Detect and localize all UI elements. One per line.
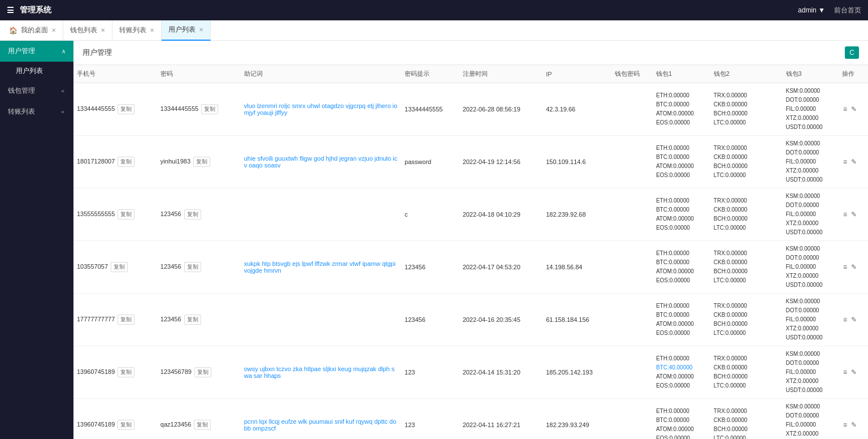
wallet1-btc: BTC:0.00000 <box>656 311 707 320</box>
col-reg-time: 注册时间 <box>459 65 543 83</box>
sidebar-item-user-list[interactable]: 用户列表 <box>0 62 73 80</box>
wallet2-ckb: CKB:0.00000 <box>714 363 779 372</box>
password-copy-button[interactable]: 复制 <box>184 209 201 220</box>
col-ip: IP <box>542 65 611 83</box>
password-copy-button[interactable]: 复制 <box>184 262 201 272</box>
password-copy-button[interactable]: 复制 <box>201 104 218 114</box>
phone-copy-button[interactable]: 复制 <box>111 262 128 272</box>
cell-wallet2: TRX:0.00000 CKB:0.00000 BCH:0.00000 LTC:… <box>710 241 783 294</box>
password-copy-button[interactable]: 复制 <box>193 157 210 167</box>
table-header-row: 手机号 密码 助记词 密码提示 注册时间 IP 钱包密码 钱包1 钱包2 钱包3… <box>73 65 868 83</box>
wallet1-eth: ETH:0.00000 <box>656 91 707 100</box>
cell-phone: 13344445555 复制 <box>73 83 157 136</box>
phone-copy-button[interactable]: 复制 <box>118 420 134 430</box>
wallet1-btc: BTC:0.00000 <box>656 258 707 267</box>
cell-wallet3: KSM:0.00000 DOT:0.00000 FIL:0.00000 XTZ:… <box>783 294 839 346</box>
wallet2-ltc: LTC:0.00000 <box>714 434 779 439</box>
wallet2-ltc: LTC:0.00000 <box>714 223 779 233</box>
cell-action: ≡ ✎ <box>839 294 868 346</box>
cell-wallet1: ETH:0.00000 BTC:0.00000 ATOM:0.00000 EOS… <box>653 188 710 241</box>
content-header: 用户管理 C <box>73 41 868 65</box>
wallet3-xtz: XTZ:0.00000 <box>786 114 836 123</box>
cell-wallet1: ETH:0.00000 BTC:0.00000 ATOM:0.00000 EOS… <box>653 399 710 440</box>
phone-copy-button[interactable]: 复制 <box>118 157 134 167</box>
view-button[interactable]: ≡ <box>843 316 847 324</box>
view-button[interactable]: ≡ <box>843 263 847 271</box>
cell-phone: 13960745189 复制 <box>73 346 157 399</box>
edit-button[interactable]: ✎ <box>851 105 857 113</box>
password-copy-button[interactable]: 复制 <box>194 367 211 377</box>
tab-wallet-list[interactable]: 钱包列表 ✕ <box>63 20 112 41</box>
console-link[interactable]: 前台首页 <box>834 6 861 15</box>
wallet2-trx: TRX:0.00000 <box>714 196 779 205</box>
tab-close-user-list[interactable]: ✕ <box>199 27 203 33</box>
phone-copy-button[interactable]: 复制 <box>118 315 134 325</box>
cell-reg-time: 2022-04-18 04:10:29 <box>459 188 543 241</box>
wallet2-bch: BCH:0.00000 <box>714 320 779 329</box>
view-button[interactable]: ≡ <box>843 158 847 166</box>
password-copy-button[interactable]: 复制 <box>184 315 201 325</box>
cell-wallet3: KSM:0.00000 DOT:0.00000 FIL:0.00000 XTZ:… <box>783 346 839 399</box>
col-mnemonic: 助记词 <box>241 65 401 83</box>
mnemonic-link[interactable]: owsy ujbxn tczvo zka htlpae sljkxi keug … <box>244 365 395 379</box>
wallet1-eth: ETH:0.00000 <box>656 144 707 153</box>
wallet1-btc: BTC:0.00000 <box>656 416 707 425</box>
mnemonic-link[interactable]: xukpk htp btsvgb ejs lpwf lffzwk zrmar v… <box>244 260 396 274</box>
cell-wallet2: TRX:0.00000 CKB:0.00000 BCH:0.00000 LTC:… <box>710 136 783 188</box>
view-button[interactable]: ≡ <box>843 421 847 429</box>
refresh-button[interactable]: C <box>845 46 859 59</box>
edit-button[interactable]: ✎ <box>851 263 857 271</box>
edit-button[interactable]: ✎ <box>851 210 857 218</box>
sidebar-item-user-management[interactable]: 用户管理 ∧ <box>0 41 73 62</box>
edit-button[interactable]: ✎ <box>851 158 857 166</box>
cell-reg-time: 2022-06-28 08:56:19 <box>459 83 543 136</box>
wallet3-xtz: XTZ:0.00000 <box>786 219 836 228</box>
phone-copy-button[interactable]: 复制 <box>118 209 134 220</box>
col-wallet1: 钱包1 <box>653 65 710 83</box>
wallet2-ltc: LTC:0.00000 <box>714 329 779 338</box>
view-button[interactable]: ≡ <box>843 210 847 218</box>
mnemonic-link[interactable]: vluo lzenmri roljc smrx uhwl otagdzo vjg… <box>244 102 397 116</box>
view-button[interactable]: ≡ <box>843 368 847 376</box>
wallet3-dot: DOT:0.00000 <box>786 96 836 105</box>
tab-transfer-list[interactable]: 转账列表 ✕ <box>112 20 162 41</box>
cell-password: 13344445555 复制 <box>157 83 241 136</box>
wallet3-xtz: XTZ:0.00000 <box>786 166 836 175</box>
cell-ip: 185.205.142.193 <box>542 346 611 399</box>
wallet3-ksm: KSM:0.00000 <box>786 139 836 148</box>
sidebar-item-transfer-list[interactable]: 转账列表 ＜ <box>0 101 73 122</box>
edit-button[interactable]: ✎ <box>851 368 857 376</box>
tab-close-transfer-list[interactable]: ✕ <box>150 27 154 33</box>
wallet3-xtz: XTZ:0.00000 <box>786 429 836 438</box>
phone-copy-button[interactable]: 复制 <box>118 104 134 114</box>
phone-copy-button[interactable]: 复制 <box>118 367 134 377</box>
hamburger-icon[interactable]: ☰ <box>7 6 14 15</box>
wallet1-atom: ATOM:0.00000 <box>656 320 707 329</box>
cell-wallet-pwd <box>611 346 652 399</box>
tab-close-my-desktop[interactable]: ✕ <box>51 27 56 33</box>
mnemonic-link[interactable]: pcnn lqx llcqj eufze wlk puumaui snif ku… <box>244 418 397 432</box>
wallet2-bch: BCH:0.00000 <box>714 425 779 434</box>
mnemonic-link[interactable]: uhie sfvolli guuxtwh fligw god hjhd jegr… <box>244 155 398 169</box>
col-action: 操作 <box>839 65 868 83</box>
tab-my-desktop[interactable]: 🏠 我的桌面 ✕ <box>2 20 63 41</box>
sidebar-item-wallet-management[interactable]: 钱包管理 ＜ <box>0 80 73 101</box>
wallet2-ckb: CKB:0.00000 <box>714 153 779 162</box>
view-button[interactable]: ≡ <box>843 105 847 113</box>
wallet3-usdt: USDT:0.00000 <box>786 333 836 342</box>
wallet1-eos: EOS:0.00000 <box>656 329 707 338</box>
topbar-right: admin ▼ 前台首页 <box>798 6 861 15</box>
cell-hint: 123456 <box>401 241 459 294</box>
sidebar-item-label: 转账列表 <box>8 107 35 117</box>
password-copy-button[interactable]: 复制 <box>194 420 211 430</box>
cell-action: ≡ ✎ <box>839 83 868 136</box>
admin-label[interactable]: admin ▼ <box>798 6 825 14</box>
tab-user-list[interactable]: 用户列表 ✕ <box>162 20 211 41</box>
edit-button[interactable]: ✎ <box>851 316 857 324</box>
tab-close-wallet-list[interactable]: ✕ <box>101 27 105 33</box>
wallet3-fil: FIL:0.00000 <box>786 262 836 272</box>
edit-button[interactable]: ✎ <box>851 421 857 429</box>
cell-ip: 42.3.19.66 <box>542 83 611 136</box>
cell-phone: 13555555555 复制 <box>73 188 157 241</box>
cell-wallet-pwd <box>611 83 652 136</box>
